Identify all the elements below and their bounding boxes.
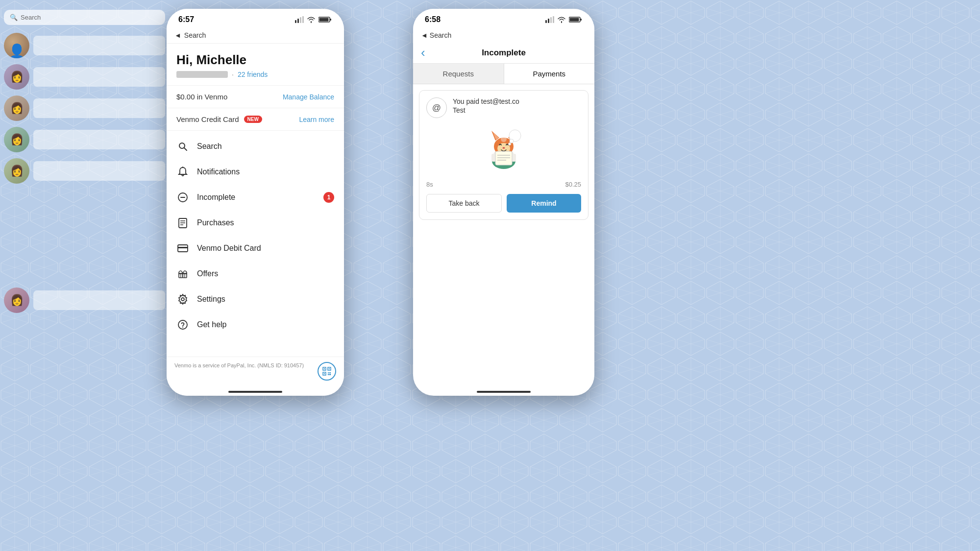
payment-info: You paid test@test.co Test <box>453 97 581 114</box>
feed-item-3: 👩 <box>4 96 165 121</box>
menu-item-get-help[interactable]: Get help <box>167 312 344 337</box>
friends-count: 22 friends <box>238 71 268 78</box>
svg-rect-44 <box>553 16 554 23</box>
debit-card-icon <box>176 242 189 255</box>
remind-button[interactable]: Remind <box>507 194 581 213</box>
menu-item-debit-card[interactable]: Venmo Debit Card <box>167 236 344 261</box>
svg-rect-43 <box>550 17 552 23</box>
svg-point-65 <box>509 143 511 145</box>
tab-payments[interactable]: Payments <box>504 64 595 84</box>
phone-right: 6:58 ◄ Search ‹ Incomp <box>413 9 594 396</box>
back-arrow-right: ◄ <box>421 31 428 39</box>
feed-item-4: 👩 <box>4 127 165 152</box>
svg-rect-46 <box>580 19 582 21</box>
incomplete-badge: 1 <box>323 192 334 203</box>
greeting: Hi, Michelle <box>176 52 334 68</box>
feed-search-bar[interactable]: 🔍 Search <box>4 10 165 25</box>
offers-icon <box>176 267 189 280</box>
svg-rect-42 <box>548 19 549 23</box>
svg-rect-7 <box>300 17 301 23</box>
svg-rect-40 <box>329 374 331 375</box>
payment-card: @ You paid test@test.co Test <box>419 90 588 220</box>
username-blurred <box>176 71 228 78</box>
incomplete-label: Incomplete <box>197 193 316 202</box>
svg-rect-59 <box>495 151 512 165</box>
payment-description: You paid test@test.co <box>453 97 581 105</box>
svg-rect-22 <box>178 247 188 248</box>
learn-more-link[interactable]: Learn more <box>299 116 334 123</box>
svg-point-56 <box>503 147 505 149</box>
svg-point-29 <box>178 320 187 329</box>
credit-card-section: Venmo Credit Card NEW Learn more <box>167 108 344 131</box>
search-label: Search <box>197 142 334 151</box>
balance-amount: $0.00 in Venmo <box>176 93 227 101</box>
svg-point-64 <box>510 139 514 143</box>
svg-rect-10 <box>330 19 331 21</box>
svg-point-28 <box>181 298 184 301</box>
manage-balance-link[interactable]: Manage Balance <box>283 93 334 101</box>
svg-rect-34 <box>324 368 325 369</box>
menu-item-incomplete[interactable]: Incomplete 1 <box>167 185 344 210</box>
get-help-icon <box>176 318 189 331</box>
svg-rect-35 <box>329 368 330 369</box>
back-arrow-left: ◄ <box>174 31 181 39</box>
svg-rect-5 <box>295 20 296 23</box>
time-right: 6:58 <box>425 15 441 24</box>
sticker-area <box>426 122 581 176</box>
svg-rect-38 <box>329 372 331 373</box>
feed-item-6: 👩 <box>4 287 165 313</box>
phone-footer-left: Venmo is a service of PayPal, Inc. (NMLS… <box>167 357 344 396</box>
menu-item-purchases[interactable]: Purchases <box>167 210 344 236</box>
feed-search-label: Search <box>21 14 41 21</box>
payment-header: @ You paid test@test.co Test <box>426 97 581 118</box>
menu-scroll-content: Hi, Michelle · 22 friends $0.00 in Venmo… <box>167 44 344 357</box>
nav-back-label-right: Search <box>430 31 451 39</box>
svg-rect-47 <box>570 18 579 22</box>
back-chevron-btn[interactable]: ‹ <box>421 45 425 60</box>
payment-note: Test <box>453 106 581 114</box>
notifications-label: Notifications <box>197 168 334 176</box>
dot-separator: · <box>232 71 234 78</box>
menu-item-offers[interactable]: Offers <box>167 261 344 287</box>
menu-item-settings[interactable]: Settings <box>167 287 344 312</box>
menu-list: Search Notifications <box>167 131 344 340</box>
home-indicator-right <box>477 391 531 393</box>
qr-button[interactable] <box>318 362 336 381</box>
phone-left: 6:57 ◄ Search <box>167 9 344 396</box>
svg-rect-39 <box>328 374 329 375</box>
svg-rect-11 <box>319 18 329 22</box>
status-bar-right: 6:58 <box>413 9 594 30</box>
status-bar-left: 6:57 <box>167 9 344 30</box>
settings-label: Settings <box>197 295 334 304</box>
home-indicator-left <box>228 391 282 393</box>
friends-row: · 22 friends <box>176 71 334 78</box>
signal-icon-right <box>545 16 554 23</box>
footer-text: Venmo is a service of PayPal, Inc. (NMLS… <box>174 362 314 369</box>
profile-section: Hi, Michelle · 22 friends <box>167 44 344 86</box>
wifi-icon-right <box>557 16 566 23</box>
time-left: 6:57 <box>178 15 194 24</box>
take-back-button[interactable]: Take back <box>426 194 502 213</box>
debit-card-label: Venmo Debit Card <box>197 244 334 253</box>
settings-icon <box>176 293 189 306</box>
payment-footer-row: 8s $0.25 <box>426 181 581 188</box>
svg-rect-41 <box>545 20 547 23</box>
tab-requests[interactable]: Requests <box>413 64 504 84</box>
tab-bar: Requests Payments <box>413 64 594 84</box>
qr-icon <box>322 367 331 376</box>
menu-item-search[interactable]: Search <box>167 134 344 159</box>
fox-sticker <box>477 122 531 176</box>
at-icon: @ <box>426 97 447 118</box>
credit-card-name: Venmo Credit Card <box>176 115 239 123</box>
incomplete-nav: ‹ Incomplete <box>413 42 594 64</box>
new-badge: NEW <box>244 116 262 123</box>
battery-icon-left <box>318 16 332 23</box>
feed-item-5: 👩 <box>4 158 165 184</box>
menu-item-notifications[interactable]: Notifications <box>167 159 344 185</box>
svg-rect-36 <box>324 373 325 374</box>
purchases-icon <box>176 216 189 229</box>
feed-item-2: 👩 <box>4 64 165 90</box>
signal-icon-left <box>295 16 304 23</box>
nav-bar-left: ◄ Search <box>167 30 344 44</box>
wifi-icon-left <box>307 16 316 23</box>
